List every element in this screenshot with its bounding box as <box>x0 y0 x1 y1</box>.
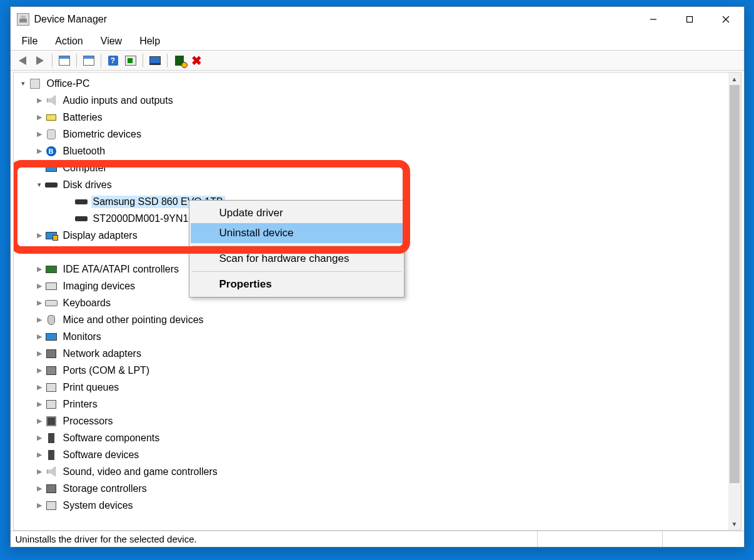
tree-category[interactable]: ▶Audio inputs and outputs <box>15 92 728 109</box>
expander-icon[interactable]: ▶ <box>34 282 45 290</box>
tree-category[interactable]: ▾Disk drives <box>15 176 728 193</box>
tree-category[interactable]: ▶Mice and other pointing devices <box>15 311 728 328</box>
tree-category[interactable]: ▶Biometric devices <box>15 126 728 142</box>
context-menu-separator <box>192 271 401 272</box>
menu-view[interactable]: View <box>93 34 129 49</box>
expander-icon[interactable]: ▶ <box>34 451 45 459</box>
toolbar: ? ✖ <box>11 51 744 71</box>
svg-rect-0 <box>19 19 27 22</box>
expander-icon[interactable]: ▶ <box>34 383 45 391</box>
scroll-thumb[interactable] <box>730 85 740 483</box>
tree-node-label: Print queues <box>61 381 121 394</box>
device-icon <box>45 230 58 241</box>
scan-hardware-button[interactable] <box>123 53 139 68</box>
expander-icon[interactable]: ▾ <box>34 181 45 189</box>
generic-icon <box>51 252 52 253</box>
context-menu-item[interactable]: Properties <box>191 274 403 294</box>
add-legacy-hardware-button[interactable] <box>171 53 188 68</box>
expander-icon[interactable]: ▶ <box>34 434 45 442</box>
tree-node-label: Software components <box>61 432 162 444</box>
update-driver-button[interactable] <box>147 53 163 68</box>
svg-rect-1 <box>21 16 26 19</box>
device-icon <box>45 416 58 427</box>
expander-icon[interactable]: ▶ <box>34 147 45 155</box>
properties-button[interactable] <box>81 53 97 68</box>
tree-category[interactable]: ▶Monitors <box>15 328 728 345</box>
console-tree-icon <box>59 56 70 66</box>
close-button[interactable] <box>708 7 744 32</box>
uninstall-x-icon: ✖ <box>191 54 202 67</box>
device-icon <box>45 298 58 309</box>
disk-icon <box>45 182 58 188</box>
tree-node-label: Sound, video and game controllers <box>61 466 219 478</box>
arrow-left-icon <box>19 56 26 65</box>
expander-icon[interactable]: ▶ <box>34 484 45 492</box>
status-cell-2 <box>538 531 663 547</box>
device-icon: B <box>45 146 58 157</box>
device-icon <box>45 382 58 393</box>
back-button[interactable] <box>14 53 31 68</box>
device-icon <box>45 466 58 478</box>
tree-category[interactable]: ▶BBluetooth <box>15 142 728 159</box>
expander-icon[interactable]: ▶ <box>34 96 45 104</box>
context-menu-item[interactable]: Update driver <box>191 203 403 223</box>
help-button[interactable]: ? <box>105 53 121 68</box>
tree-category[interactable]: ▶System devices <box>15 497 728 514</box>
expander-icon[interactable]: ▶ <box>34 366 45 374</box>
tree-category[interactable]: ▶Software components <box>15 429 728 446</box>
menu-help[interactable]: Help <box>132 34 168 49</box>
img-icon <box>46 282 57 290</box>
device-icon <box>45 162 58 174</box>
scroll-track[interactable] <box>728 85 741 518</box>
expander-icon[interactable]: ▶ <box>34 501 45 509</box>
tree-node-label <box>61 252 65 253</box>
uninstall-device-button[interactable]: ✖ <box>189 53 205 68</box>
expander-icon[interactable]: ▶ <box>34 265 45 273</box>
scroll-down-button[interactable]: ▼ <box>728 518 741 530</box>
tree-category[interactable]: Computer <box>15 159 728 176</box>
tree-category[interactable]: ▶Batteries <box>15 109 728 126</box>
expander-icon[interactable]: ▶ <box>34 130 45 138</box>
printq-icon <box>46 400 56 409</box>
expander-icon[interactable]: ▶ <box>34 417 45 425</box>
expander-icon[interactable]: ▶ <box>34 332 45 341</box>
tree-category[interactable]: ▶Sound, video and game controllers <box>15 463 728 480</box>
vertical-scrollbar[interactable]: ▲ ▼ <box>728 72 741 530</box>
tree-category[interactable]: ▶Print queues <box>15 379 728 396</box>
forward-button[interactable] <box>32 53 48 68</box>
expander-icon[interactable]: ▶ <box>34 468 45 476</box>
expander-icon[interactable]: ▾ <box>18 79 29 88</box>
tree-category[interactable]: ▶Software devices <box>15 446 728 463</box>
maximize-button[interactable] <box>671 7 708 32</box>
toolbar-separator <box>76 54 77 68</box>
context-menu-item[interactable]: Scan for hardware changes <box>191 249 403 269</box>
tree-category[interactable]: ▶Network adapters <box>15 345 728 362</box>
net-icon <box>46 349 56 358</box>
expander-icon[interactable]: ▶ <box>34 349 45 358</box>
monitor-icon <box>149 56 161 65</box>
ide-icon <box>46 266 57 273</box>
expander-icon[interactable]: ▶ <box>34 113 45 121</box>
tree-node-label: Storage controllers <box>61 482 149 495</box>
tree-node-label: ST2000DM001-9YN1 <box>91 212 191 225</box>
tree-category[interactable]: ▶Processors <box>15 412 728 429</box>
expander-icon[interactable]: ▶ <box>34 231 45 239</box>
tree-category[interactable]: ▶Printers <box>15 396 728 412</box>
window-title: Device Manager <box>34 14 635 25</box>
tree-category[interactable]: ▶Ports (COM & LPT) <box>15 362 728 379</box>
context-menu-item[interactable]: Uninstall device <box>191 223 403 243</box>
menu-action[interactable]: Action <box>48 34 90 49</box>
expander-icon[interactable]: ▶ <box>34 299 45 307</box>
expander-icon[interactable]: ▶ <box>34 316 45 324</box>
expander-icon[interactable]: ▶ <box>34 400 45 408</box>
tree-root[interactable]: ▾Office-PC <box>15 75 728 92</box>
device-tree[interactable]: ▾Office-PC▶Audio inputs and outputs▶Batt… <box>14 72 728 530</box>
scroll-up-button[interactable]: ▲ <box>728 72 741 85</box>
device-icon <box>45 314 58 326</box>
show-hide-console-tree-button[interactable] <box>56 53 73 68</box>
storage-icon <box>46 484 56 493</box>
tree-node-label: Office-PC <box>45 78 92 90</box>
menu-file[interactable]: File <box>14 34 46 49</box>
minimize-button[interactable] <box>635 7 671 32</box>
tree-category[interactable]: ▶Storage controllers <box>15 480 728 497</box>
